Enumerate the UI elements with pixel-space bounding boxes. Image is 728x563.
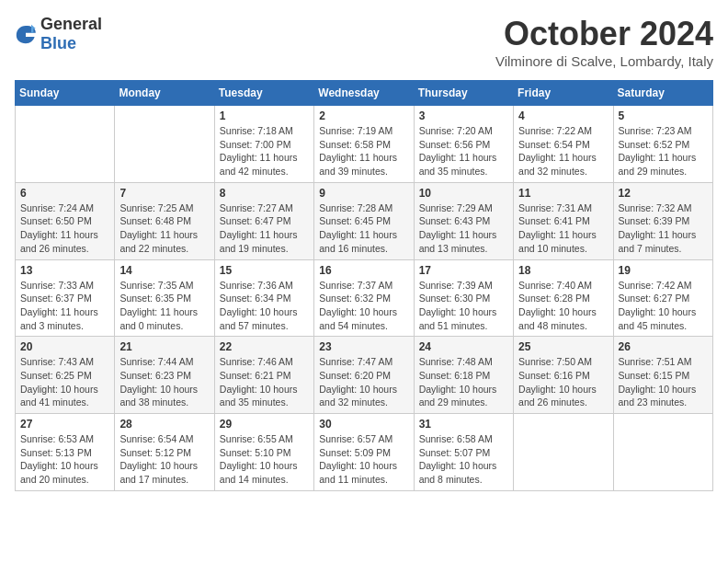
day-info: Sunrise: 7:47 AM Sunset: 6:20 PM Dayligh… — [319, 355, 408, 409]
column-header-thursday: Thursday — [414, 81, 513, 106]
day-number: 2 — [319, 109, 408, 122]
calendar-cell: 25Sunrise: 7:50 AM Sunset: 6:16 PM Dayli… — [514, 337, 613, 414]
day-number: 14 — [119, 264, 209, 277]
calendar-cell — [613, 414, 712, 491]
day-number: 17 — [419, 264, 508, 277]
day-number: 30 — [319, 418, 408, 431]
calendar-cell: 18Sunrise: 7:40 AM Sunset: 6:28 PM Dayli… — [514, 259, 613, 337]
calendar-week-row: 27Sunrise: 6:53 AM Sunset: 5:13 PM Dayli… — [16, 414, 713, 491]
day-info: Sunrise: 7:46 AM Sunset: 6:21 PM Dayligh… — [220, 355, 309, 409]
calendar-cell: 28Sunrise: 6:54 AM Sunset: 5:12 PM Dayli… — [115, 414, 214, 491]
day-info: Sunrise: 7:25 AM Sunset: 6:48 PM Dayligh… — [119, 201, 209, 256]
day-number: 27 — [20, 418, 109, 431]
day-number: 20 — [20, 340, 109, 353]
day-info: Sunrise: 7:43 AM Sunset: 6:25 PM Dayligh… — [20, 355, 109, 409]
title-block: October 2024 Vilminore di Scalve, Lombar… — [495, 15, 713, 69]
day-info: Sunrise: 7:33 AM Sunset: 6:37 PM Dayligh… — [20, 279, 109, 333]
calendar-cell: 13Sunrise: 7:33 AM Sunset: 6:37 PM Dayli… — [16, 259, 115, 337]
column-header-wednesday: Wednesday — [314, 81, 414, 106]
day-info: Sunrise: 7:50 AM Sunset: 6:16 PM Dayligh… — [518, 355, 608, 409]
calendar-cell: 22Sunrise: 7:46 AM Sunset: 6:21 PM Dayli… — [214, 337, 313, 414]
day-number: 29 — [220, 418, 309, 431]
day-info: Sunrise: 7:44 AM Sunset: 6:23 PM Dayligh… — [119, 355, 209, 409]
calendar-cell: 3Sunrise: 7:20 AM Sunset: 6:56 PM Daylig… — [414, 106, 513, 183]
day-number: 3 — [419, 109, 508, 122]
calendar-cell: 12Sunrise: 7:32 AM Sunset: 6:39 PM Dayli… — [613, 182, 712, 259]
calendar-cell: 31Sunrise: 6:58 AM Sunset: 5:07 PM Dayli… — [414, 414, 513, 491]
day-info: Sunrise: 7:40 AM Sunset: 6:28 PM Dayligh… — [518, 279, 608, 333]
day-info: Sunrise: 7:20 AM Sunset: 6:56 PM Dayligh… — [419, 124, 508, 178]
day-number: 6 — [20, 187, 109, 200]
calendar-cell: 21Sunrise: 7:44 AM Sunset: 6:23 PM Dayli… — [115, 337, 214, 414]
day-number: 23 — [319, 340, 408, 353]
day-info: Sunrise: 7:28 AM Sunset: 6:45 PM Dayligh… — [319, 201, 408, 256]
column-header-tuesday: Tuesday — [214, 81, 313, 106]
day-number: 28 — [119, 418, 209, 431]
calendar-cell: 7Sunrise: 7:25 AM Sunset: 6:48 PM Daylig… — [115, 182, 214, 259]
column-header-friday: Friday — [514, 81, 613, 106]
day-info: Sunrise: 7:51 AM Sunset: 6:15 PM Dayligh… — [619, 355, 708, 409]
calendar-cell: 11Sunrise: 7:31 AM Sunset: 6:41 PM Dayli… — [514, 182, 613, 259]
location-title: Vilminore di Scalve, Lombardy, Italy — [495, 53, 713, 69]
day-number: 10 — [419, 187, 508, 200]
day-info: Sunrise: 7:48 AM Sunset: 6:18 PM Dayligh… — [419, 355, 508, 409]
day-number: 13 — [20, 264, 109, 277]
calendar-cell — [16, 106, 115, 183]
day-info: Sunrise: 7:24 AM Sunset: 6:50 PM Dayligh… — [20, 201, 109, 256]
calendar-cell — [514, 414, 613, 491]
calendar-cell: 30Sunrise: 6:57 AM Sunset: 5:09 PM Dayli… — [314, 414, 414, 491]
calendar-cell: 15Sunrise: 7:36 AM Sunset: 6:34 PM Dayli… — [214, 259, 313, 337]
calendar-cell: 8Sunrise: 7:27 AM Sunset: 6:47 PM Daylig… — [214, 182, 313, 259]
day-info: Sunrise: 7:29 AM Sunset: 6:43 PM Dayligh… — [419, 201, 508, 256]
logo-general: General — [40, 15, 102, 33]
logo-icon — [15, 23, 37, 45]
calendar-cell: 24Sunrise: 7:48 AM Sunset: 6:18 PM Dayli… — [414, 337, 513, 414]
day-info: Sunrise: 7:35 AM Sunset: 6:35 PM Dayligh… — [119, 279, 209, 333]
day-info: Sunrise: 7:18 AM Sunset: 7:00 PM Dayligh… — [220, 124, 309, 178]
day-info: Sunrise: 7:27 AM Sunset: 6:47 PM Dayligh… — [220, 201, 309, 256]
day-info: Sunrise: 7:39 AM Sunset: 6:30 PM Dayligh… — [419, 279, 508, 333]
calendar-cell: 14Sunrise: 7:35 AM Sunset: 6:35 PM Dayli… — [115, 259, 214, 337]
calendar-cell: 1Sunrise: 7:18 AM Sunset: 7:00 PM Daylig… — [214, 106, 313, 183]
day-number: 8 — [220, 187, 309, 200]
calendar-cell: 23Sunrise: 7:47 AM Sunset: 6:20 PM Dayli… — [314, 337, 414, 414]
calendar-cell: 6Sunrise: 7:24 AM Sunset: 6:50 PM Daylig… — [16, 182, 115, 259]
calendar-cell: 17Sunrise: 7:39 AM Sunset: 6:30 PM Dayli… — [414, 259, 513, 337]
column-header-saturday: Saturday — [613, 81, 712, 106]
day-info: Sunrise: 6:53 AM Sunset: 5:13 PM Dayligh… — [20, 432, 109, 487]
calendar-cell — [115, 106, 214, 183]
calendar-cell: 9Sunrise: 7:28 AM Sunset: 6:45 PM Daylig… — [314, 182, 414, 259]
day-number: 12 — [619, 187, 708, 200]
day-number: 4 — [518, 109, 608, 122]
calendar-table: SundayMondayTuesdayWednesdayThursdayFrid… — [15, 80, 713, 491]
day-info: Sunrise: 6:55 AM Sunset: 5:10 PM Dayligh… — [220, 432, 309, 487]
calendar-cell: 16Sunrise: 7:37 AM Sunset: 6:32 PM Dayli… — [314, 259, 414, 337]
day-info: Sunrise: 7:37 AM Sunset: 6:32 PM Dayligh… — [319, 279, 408, 333]
calendar-cell: 5Sunrise: 7:23 AM Sunset: 6:52 PM Daylig… — [613, 106, 712, 183]
calendar-cell: 10Sunrise: 7:29 AM Sunset: 6:43 PM Dayli… — [414, 182, 513, 259]
day-info: Sunrise: 6:54 AM Sunset: 5:12 PM Dayligh… — [119, 432, 209, 487]
day-number: 24 — [419, 340, 508, 353]
day-number: 26 — [619, 340, 708, 353]
day-info: Sunrise: 7:22 AM Sunset: 6:54 PM Dayligh… — [518, 124, 608, 178]
logo-blue: Blue — [40, 34, 76, 52]
day-info: Sunrise: 7:31 AM Sunset: 6:41 PM Dayligh… — [518, 201, 608, 256]
day-number: 7 — [119, 187, 209, 200]
calendar-header-row: SundayMondayTuesdayWednesdayThursdayFrid… — [16, 81, 713, 106]
month-title: October 2024 — [495, 15, 713, 53]
calendar-week-row: 13Sunrise: 7:33 AM Sunset: 6:37 PM Dayli… — [16, 259, 713, 337]
day-info: Sunrise: 7:42 AM Sunset: 6:27 PM Dayligh… — [619, 279, 708, 333]
day-info: Sunrise: 7:23 AM Sunset: 6:52 PM Dayligh… — [619, 124, 708, 178]
day-number: 11 — [518, 187, 608, 200]
calendar-cell: 4Sunrise: 7:22 AM Sunset: 6:54 PM Daylig… — [514, 106, 613, 183]
day-number: 22 — [220, 340, 309, 353]
calendar-week-row: 20Sunrise: 7:43 AM Sunset: 6:25 PM Dayli… — [16, 337, 713, 414]
logo: General Blue — [15, 15, 102, 53]
calendar-cell: 29Sunrise: 6:55 AM Sunset: 5:10 PM Dayli… — [214, 414, 313, 491]
day-number: 15 — [220, 264, 309, 277]
day-number: 19 — [619, 264, 708, 277]
calendar-cell: 2Sunrise: 7:19 AM Sunset: 6:58 PM Daylig… — [314, 106, 414, 183]
calendar-week-row: 1Sunrise: 7:18 AM Sunset: 7:00 PM Daylig… — [16, 106, 713, 183]
calendar-cell: 19Sunrise: 7:42 AM Sunset: 6:27 PM Dayli… — [613, 259, 712, 337]
calendar-week-row: 6Sunrise: 7:24 AM Sunset: 6:50 PM Daylig… — [16, 182, 713, 259]
